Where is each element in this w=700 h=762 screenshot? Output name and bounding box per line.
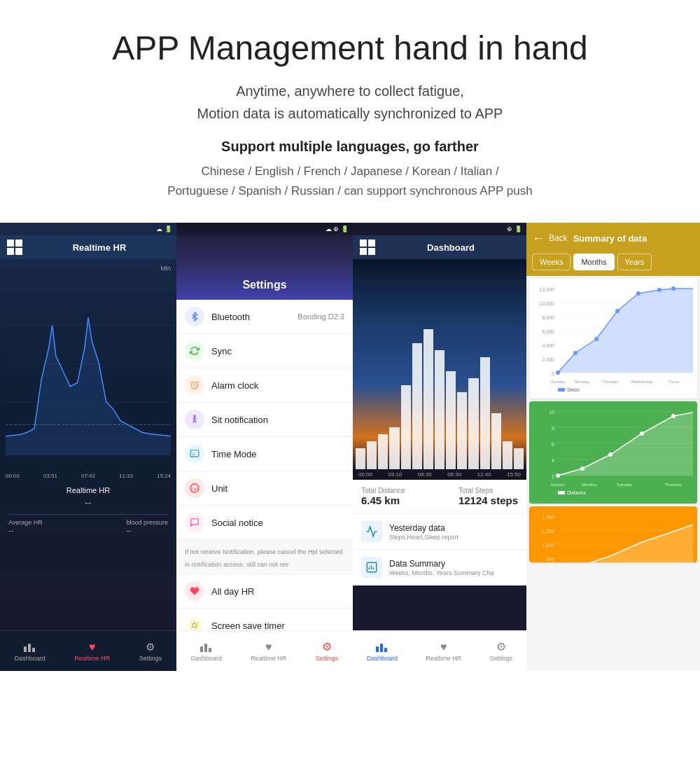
steps-chart-container: 12,000 10,000 8,000 6,000 4,000 2,000 0 bbox=[529, 279, 697, 399]
sit-icon bbox=[185, 410, 204, 429]
screen4-title: Summary of data bbox=[573, 233, 694, 244]
yesterday-data-label: Yesterday data bbox=[389, 523, 518, 533]
svg-text:10: 10 bbox=[549, 410, 554, 415]
settings-item-sync[interactable]: Sync bbox=[176, 334, 353, 368]
tab-months[interactable]: Months bbox=[573, 254, 614, 270]
data-summary-item[interactable]: Data Summary Weeks, Months, Years Summar… bbox=[353, 550, 526, 586]
subtitle-line1: Anytime, anywhere to collect fatigue, bbox=[236, 83, 464, 99]
screen4-summary: ← Back Summary of data Weeks Months Year… bbox=[526, 223, 700, 671]
total-steps-label: Total Steps bbox=[458, 487, 518, 494]
nav-item-settings-s1[interactable]: ⚙ Settings bbox=[139, 641, 162, 662]
time-label-s3-2: 03:10 bbox=[388, 471, 402, 478]
screen4-tabs: Weeks Months Years bbox=[526, 254, 700, 276]
screen1-statusbar: ☁ 🔋 bbox=[0, 223, 176, 235]
distance-chart-container: 10 8 6 4 2 Sunday Monday Tuesday bbox=[529, 401, 697, 504]
sync-content: Sync bbox=[211, 345, 344, 357]
unit-content: Unit bbox=[211, 482, 344, 494]
nav-realtime-label-s3: Realtime HR bbox=[426, 655, 461, 662]
nav-item-realtime-s2[interactable]: ♥ Realtime HR bbox=[251, 641, 286, 662]
chart-bar-7 bbox=[424, 329, 433, 469]
hr-value-dashes: -- bbox=[8, 497, 168, 508]
svg-text:800: 800 bbox=[546, 557, 554, 562]
yesterday-data-icon bbox=[361, 521, 382, 542]
screen1-realtime-hr: ☁ 🔋 Realtime HR Min bbox=[0, 223, 176, 671]
bluetooth-icon bbox=[185, 307, 204, 326]
data-summary-sublabel: Weeks, Months, Years Summary Cha bbox=[389, 569, 518, 576]
settings-item-alarm[interactable]: Alarm clock bbox=[176, 368, 353, 403]
nav-item-settings-s2[interactable]: ⚙ Settings bbox=[316, 641, 339, 662]
svg-text:Monday: Monday bbox=[582, 483, 596, 487]
settings-item-bluetooth[interactable]: Bluetooth Bonding D2:3 bbox=[176, 300, 353, 334]
calories-chart-container: 1,400 1,200 1,000 800 600 400 bbox=[529, 506, 697, 562]
svg-point-31 bbox=[615, 309, 620, 313]
chart-bar-6 bbox=[412, 343, 422, 469]
svg-text:Tuesday: Tuesday bbox=[603, 380, 619, 384]
nav-item-dashboard-s3[interactable]: Dashboard bbox=[367, 641, 398, 662]
svg-point-33 bbox=[657, 288, 662, 292]
screen3-statusbar: ⊕ 🔋 bbox=[353, 223, 526, 235]
chart-bar-9 bbox=[446, 371, 456, 469]
back-label[interactable]: Back bbox=[549, 233, 568, 243]
nav-item-settings-s3[interactable]: ⚙ Settings bbox=[489, 641, 512, 662]
nav-dashboard-label-s2: Dashboard bbox=[191, 655, 222, 662]
settings-item-sit[interactable]: Sit notification bbox=[176, 403, 353, 437]
svg-text:2,000: 2,000 bbox=[542, 357, 554, 362]
time-label-s3-1: 00:00 bbox=[358, 471, 372, 478]
screen1-topbar: Realtime HR bbox=[0, 235, 176, 259]
screen3-topbar: Dashboard bbox=[353, 235, 526, 259]
sync-label: Sync bbox=[211, 346, 232, 356]
svg-text:8: 8 bbox=[552, 426, 554, 431]
dashboard-stats: Total Distance 6.45 km Total Steps 12124… bbox=[353, 480, 526, 514]
alarm-label: Alarm clock bbox=[211, 380, 258, 391]
nav-settings-label-s1: Settings bbox=[139, 655, 162, 662]
grid-icon-s3 bbox=[360, 240, 375, 255]
tab-weeks[interactable]: Weeks bbox=[532, 254, 570, 270]
tab-years[interactable]: Years bbox=[617, 254, 652, 270]
settings-item-allday-hr[interactable]: All day HR bbox=[176, 574, 353, 609]
screen2-statusbar: ☁ ⊕ 🔋 bbox=[176, 223, 353, 235]
hr-line-svg bbox=[6, 287, 171, 455]
dashboard-icon-s2 bbox=[200, 641, 214, 653]
screen3-title: Dashboard bbox=[382, 242, 519, 253]
nav-item-realtime-s3[interactable]: ♥ Realtime HR bbox=[426, 641, 461, 662]
yesterday-data-content: Yesterday data Steps,Heart,Sleep report bbox=[389, 523, 518, 541]
yesterday-data-sublabel: Steps,Heart,Sleep report bbox=[389, 534, 518, 541]
nav-item-realtime-s1[interactable]: ♥ Realtime HR bbox=[74, 641, 110, 662]
chart-bar-8 bbox=[435, 350, 444, 469]
social-notice-sublabel: If not receive Notification, please canc… bbox=[176, 540, 353, 574]
back-arrow-icon: ← bbox=[532, 231, 545, 246]
settings-item-unit[interactable]: Fast Unit bbox=[176, 471, 353, 506]
svg-text:1,000: 1,000 bbox=[542, 543, 554, 548]
screen3-time-labels: 00:00 03:10 06:20 09:30 12:40 15:50 bbox=[353, 469, 526, 480]
gear-icon-s2: ⚙ bbox=[320, 641, 334, 653]
chart-bar-2 bbox=[367, 441, 377, 469]
bluetooth-value: Bonding D2:3 bbox=[298, 312, 344, 321]
timemode-label: Time Mode bbox=[211, 449, 257, 459]
social-sublabel-text: If not receive Notification, please canc… bbox=[185, 548, 343, 568]
chart-bar-3 bbox=[378, 434, 388, 469]
screensave-label: Screen save timer bbox=[211, 621, 285, 631]
nav-dashboard-label-s1: Dashboard bbox=[15, 655, 46, 662]
heart-icon-s3: ♥ bbox=[437, 641, 451, 653]
svg-text:10,000: 10,000 bbox=[540, 301, 555, 306]
nav-item-dashboard-s2[interactable]: Dashboard bbox=[191, 641, 222, 662]
svg-text:6,000: 6,000 bbox=[542, 329, 554, 334]
steps-chart-svg: 12,000 10,000 8,000 6,000 4,000 2,000 0 bbox=[533, 283, 693, 392]
data-summary-label: Data Summary bbox=[389, 559, 518, 569]
nav-realtime-label-s2: Realtime HR bbox=[251, 655, 286, 662]
main-title: APP Management hand in hand bbox=[56, 28, 644, 69]
gear-icon-s1: ⚙ bbox=[144, 641, 158, 653]
time-label-s3-5: 12:40 bbox=[477, 471, 491, 478]
min-label: Min bbox=[6, 265, 171, 272]
avg-hr-label: Average HR bbox=[8, 519, 43, 526]
yesterday-data-item[interactable]: Yesterday data Steps,Heart,Sleep report bbox=[353, 514, 526, 550]
settings-item-social[interactable]: Social notice bbox=[176, 506, 353, 540]
total-distance-stat: Total Distance 6.45 km bbox=[361, 487, 405, 506]
chart-bar-11 bbox=[468, 378, 478, 469]
dashboard-menu: Yesterday data Steps,Heart,Sleep report … bbox=[353, 514, 526, 586]
settings-item-timemode[interactable]: 12 Time Mode bbox=[176, 437, 353, 471]
gear-icon-s3: ⚙ bbox=[494, 641, 508, 653]
timemode-content: Time Mode bbox=[211, 448, 344, 460]
nav-item-dashboard-s1[interactable]: Dashboard bbox=[15, 641, 46, 662]
svg-text:4,000: 4,000 bbox=[542, 343, 554, 348]
